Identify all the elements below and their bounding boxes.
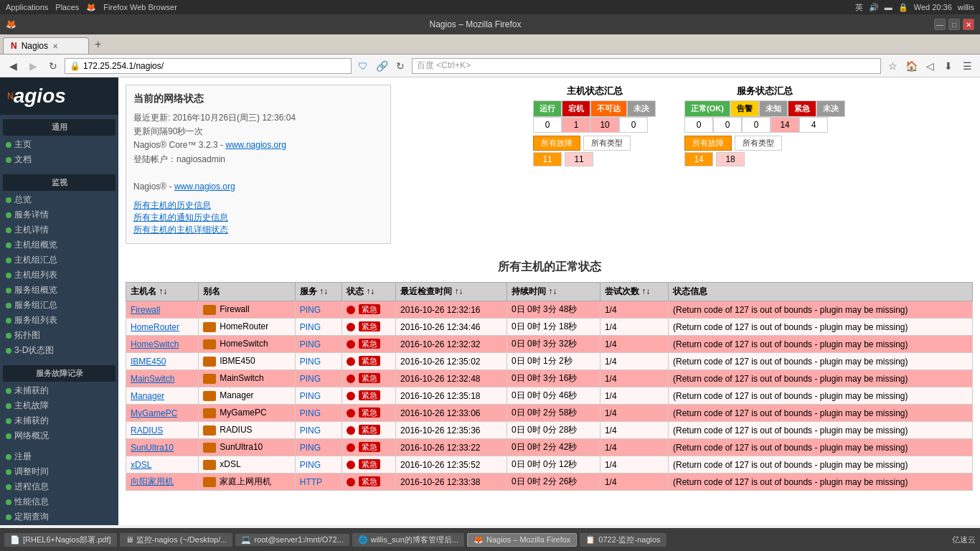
back-button[interactable]: ◀ <box>4 57 22 75</box>
downloads-icon[interactable]: ⬇ <box>940 57 957 75</box>
service-link[interactable]: PING <box>300 357 321 367</box>
service-link[interactable]: PING <box>300 322 321 332</box>
service-link[interactable]: PING <box>300 339 321 349</box>
nagios-org-link[interactable]: www.nagios.org <box>225 140 286 150</box>
sidebar-item-uncaught1[interactable]: 未捕获的 <box>0 383 118 398</box>
host-notify-link[interactable]: 所有主机的通知历史信息 <box>133 212 383 224</box>
sidebar-item-hostgroup-summary[interactable]: 主机组汇总 <box>0 253 118 268</box>
sidebar-item-host-fault[interactable]: 主机故障 <box>0 398 118 413</box>
host-summary-title: 主机状态汇总 <box>533 85 656 98</box>
sidebar-item-register[interactable]: 注册 <box>0 449 118 464</box>
search-box[interactable]: 百度 <Ctrl+K> <box>412 58 881 74</box>
maximize-button[interactable]: □ <box>948 19 960 30</box>
service-link[interactable]: PING <box>300 460 321 470</box>
hostname-link[interactable]: IBME450 <box>131 357 166 367</box>
svc-filter-all-faults[interactable]: 所有故障 <box>684 136 732 151</box>
reload-button[interactable]: ↻ <box>44 57 62 75</box>
forward-button[interactable]: ▶ <box>24 57 42 75</box>
sidebar-item-perf-info[interactable]: 性能信息 <box>0 494 118 509</box>
label-svc-detail: 服务详情 <box>14 209 49 221</box>
sidebar-item-3d[interactable]: 3-D状态图 <box>0 343 118 358</box>
applications-menu[interactable]: Applications <box>6 3 48 11</box>
nagios-ref-link[interactable]: www.nagios.org <box>174 182 235 192</box>
dot-proc-info <box>6 484 11 490</box>
cell-hostname: Manager <box>126 387 199 405</box>
service-link[interactable]: PING <box>300 408 321 418</box>
hostname-link[interactable]: 向阳家用机 <box>131 476 174 486</box>
host-icon <box>203 425 216 435</box>
places-menu[interactable]: Places <box>55 3 79 11</box>
status-badge: 紧急 <box>359 442 380 452</box>
sidebar-item-service-detail[interactable]: 服务详情 <box>0 207 118 222</box>
service-link[interactable]: HTTP <box>300 477 322 487</box>
cell-alias: HomeSwitch <box>198 336 295 353</box>
logo-text: agios <box>14 85 66 108</box>
dot-overview <box>6 197 11 203</box>
window-controls: — □ ✕ <box>934 19 974 30</box>
status-badge: 紧急 <box>359 408 380 418</box>
status-icon <box>347 478 355 486</box>
service-link[interactable]: PING <box>300 305 321 315</box>
service-link[interactable]: PING <box>300 425 321 435</box>
sidebar-item-home[interactable]: 主页 <box>0 137 118 152</box>
svc-filter-all-types[interactable]: 所有类型 <box>735 136 782 151</box>
history-icon[interactable]: ◁ <box>921 57 938 75</box>
network-status-box: 当前的网络状态 最近更新: 2016年10月26日(周三) 12:36:04 更… <box>126 85 391 244</box>
minimize-button[interactable]: — <box>934 19 946 30</box>
host-filter-all-faults[interactable]: 所有故障 <box>533 136 580 151</box>
home-icon[interactable]: 🏠 <box>903 57 920 75</box>
sidebar-item-host-detail[interactable]: 主机详情 <box>0 222 118 237</box>
cell-attempts: 1/4 <box>600 405 668 422</box>
refresh-button[interactable]: ↻ <box>392 57 409 75</box>
share-icon: 🔗 <box>373 57 390 75</box>
sidebar-item-hostgroup-overview[interactable]: 主机组概览 <box>0 237 118 253</box>
sidebar-item-hostgroup-list[interactable]: 主机组列表 <box>0 268 118 283</box>
hostname-link[interactable]: RADIUS <box>131 425 163 435</box>
svc-header-ok: 正常(OK) <box>684 100 730 117</box>
hostname-link[interactable]: HomeSwitch <box>131 339 179 349</box>
hostname-link[interactable]: Firewall <box>131 305 160 315</box>
sidebar-item-uncaught2[interactable]: 未捕获的 <box>0 413 118 428</box>
sidebar-item-adjust-time[interactable]: 调整时间 <box>0 464 118 479</box>
new-tab-button[interactable]: + <box>89 35 107 54</box>
sidebar-item-scheduled-query[interactable]: 定期查询 <box>0 509 118 524</box>
hostname-link[interactable]: MainSwitch <box>131 374 174 384</box>
hostname-link[interactable]: xDSL <box>131 460 151 470</box>
tab-close-button[interactable]: ✕ <box>52 42 58 50</box>
sidebar-item-servicegroup-summary[interactable]: 服务组汇总 <box>0 298 118 313</box>
hostname-link[interactable]: SunUltra10 <box>131 443 174 453</box>
tab-nagios[interactable]: N Nagios ✕ <box>3 37 89 54</box>
cell-status: 紧急 <box>341 439 395 456</box>
hostname-link[interactable]: HomeRouter <box>131 322 179 332</box>
host-count-row: 11 11 <box>533 152 656 166</box>
service-link[interactable]: PING <box>300 443 321 453</box>
host-history-link[interactable]: 所有主机的历史信息 <box>133 199 383 212</box>
cell-hostname: SunUltra10 <box>126 439 199 456</box>
sidebar-item-docs[interactable]: 文档 <box>0 152 118 167</box>
cell-last-check: 2016-10-26 12:33:22 <box>396 439 507 456</box>
sidebar-item-topology[interactable]: 拓扑图 <box>0 328 118 343</box>
host-detail-link[interactable]: 所有主机的主机详细状态 <box>133 224 383 236</box>
sidebar-item-network-summary[interactable]: 网络概况 <box>0 428 118 443</box>
sidebar-item-process-info[interactable]: 进程信息 <box>0 479 118 494</box>
host-filter-all-types[interactable]: 所有类型 <box>583 136 631 151</box>
cell-service: PING <box>295 353 341 370</box>
tab-bar: N Nagios ✕ + <box>0 34 980 55</box>
host-icon <box>203 460 216 470</box>
dot-sg-overview <box>6 288 11 293</box>
hostname-link[interactable]: Manager <box>131 391 164 401</box>
cell-alias: Firewall <box>198 301 295 319</box>
close-button[interactable]: ✕ <box>963 19 974 30</box>
sidebar-item-servicegroup-overview[interactable]: 服务组概览 <box>0 283 118 298</box>
service-link[interactable]: PING <box>300 391 321 401</box>
menu-icon[interactable]: ☰ <box>958 57 976 75</box>
service-link[interactable]: PING <box>300 374 321 384</box>
svc-val-warning: 0 <box>713 117 742 133</box>
sidebar-item-servicegroup-list[interactable]: 服务组列表 <box>0 313 118 328</box>
sidebar-item-overview[interactable]: 总览 <box>0 192 118 207</box>
bookmark-icon[interactable]: ☆ <box>884 57 901 75</box>
hostname-link[interactable]: MyGamePC <box>131 408 177 418</box>
url-bar[interactable]: 🔒 172.25.254.1/nagios/ <box>65 58 352 74</box>
status-icon <box>347 461 355 469</box>
status-links: 所有主机的历史信息 所有主机的通知历史信息 所有主机的主机详细状态 <box>133 199 383 236</box>
